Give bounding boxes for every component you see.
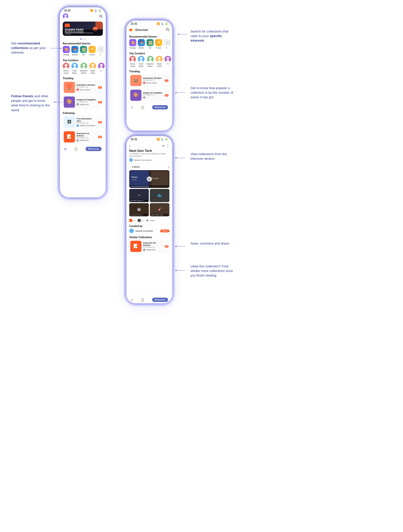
svg-point-39: [149, 57, 152, 60]
nav-home-feed[interactable]: ⊞: [64, 147, 67, 151]
genre-row-discover: 🎨 Design 📚 Books 🖼️ Art 🍦 Food → T...: [127, 39, 172, 51]
hero-name: SHAWN PARK: [65, 28, 101, 31]
genre-food[interactable]: 🍦 Food: [89, 46, 96, 56]
similar-collections-title: Similar Collections: [129, 236, 169, 239]
curator-row-feed: MeeraGupta NoahBaker BenjaminButton Bada…: [60, 63, 105, 75]
genre-more-d[interactable]: → T...: [164, 39, 171, 49]
trending-title-feed: Trending: [60, 75, 105, 81]
genre-more[interactable]: → T...: [97, 46, 104, 56]
curator-noah-d[interactable]: NoahBaker: [138, 56, 144, 67]
similar-title-ux: Awesome UX Articles: [143, 242, 163, 246]
nav-discover-feed[interactable]: ⊞ Discover: [86, 147, 102, 151]
follow-button[interactable]: Follow: [160, 230, 169, 232]
following-card-illustration[interactable]: 🖼 Free illustration sites 20 October '20…: [63, 116, 103, 129]
recommended-genres-title-discover: Recommended Genres: [127, 34, 172, 39]
comments-action[interactable]: 12: [138, 219, 143, 222]
list-view-icon[interactable]: ≡: [168, 166, 169, 169]
media-label-rayban: Ray-Ban Stories S...: [130, 200, 148, 202]
collection-title: Next Gen Tech: [127, 149, 172, 153]
search-icon-discover[interactable]: [166, 28, 169, 32]
curator-benjamin-d[interactable]: BenjaminButton: [147, 56, 154, 67]
media-thumb-adidas[interactable]: 👟: [150, 189, 169, 202]
nav-collections-collection[interactable]: 📋: [141, 298, 144, 302]
share-label: Share: [150, 220, 155, 221]
svg-point-7: [65, 64, 67, 67]
curator-badal[interactable]: BadalYadav: [89, 63, 96, 74]
following-author-illustration: Satabdi Srichandan: [80, 125, 95, 126]
nav-discover-discover[interactable]: ⊞ Discover: [152, 105, 168, 109]
nav-collections-discover[interactable]: 📋: [141, 106, 144, 109]
discover-header: Discover: [127, 26, 172, 34]
user-avatar-feed[interactable]: [63, 13, 68, 19]
svg-text:📝: 📝: [67, 134, 72, 139]
more-icon-collection[interactable]: ⋮: [166, 144, 169, 148]
collection-nav-bar: ‹ ⎋ ⋮: [127, 142, 172, 149]
svg-point-30: [166, 28, 168, 30]
nav-collections-feed[interactable]: 📋: [74, 147, 78, 151]
following-badge-ux: 43: [98, 136, 102, 138]
trending-author-unique-art: Natalie Ash: [80, 104, 89, 105]
similar-card-ux[interactable]: 📝 Awesome UX Articles 20 October '20 Nat…: [129, 240, 169, 253]
trending-title-discover: Trending: [127, 69, 172, 74]
items-count: 4 items: [129, 166, 142, 169]
collection-author-row: Satabdi Srichandan: [127, 158, 172, 163]
play-button[interactable]: ▶: [147, 176, 152, 182]
media-thumb-astro[interactable]: 🤖 Amazon's Astro R...: [129, 203, 149, 216]
trending-card-grandmas[interactable]: 🍲 Grandma's Recipes 20 October '20 Meera…: [63, 81, 103, 94]
trending-date-grandmas: 20 October '20: [76, 86, 97, 88]
svg-text:Rocke: Rocke: [132, 176, 138, 178]
following-card-ux[interactable]: 📝 Awesome UX Articles 20 October '20 Nat…: [63, 130, 103, 143]
media-thumb-juan[interactable]: 🎸 Juan Cantis Guáj...: [150, 203, 169, 216]
similar-collections-section: Similar Collections 📝 Awesome UX Article…: [127, 236, 172, 255]
genre-art-d[interactable]: 🖼️ Art: [147, 39, 154, 49]
nav-home-collection[interactable]: ⊞: [131, 298, 133, 302]
share-icon-collection[interactable]: ⎋: [163, 144, 164, 148]
discover-logo: Discover: [129, 28, 148, 32]
svg-text:🎨: 🎨: [133, 92, 138, 97]
genre-food-d[interactable]: 🍦 Food: [155, 39, 162, 49]
discover-title: Discover: [135, 28, 148, 32]
svg-line-5: [102, 17, 103, 18]
trending-date-grandmas-d: 20 October '20: [143, 79, 163, 81]
curator-meera[interactable]: MeeraGupta: [63, 63, 69, 74]
genre-books[interactable]: 📚 Books: [71, 46, 78, 56]
nav-discover-collection[interactable]: ⊞ Discover: [152, 298, 168, 302]
curated-user-row: Satabdi Srichandan Follow: [129, 229, 169, 233]
genre-row-feed: 🎨 Design 📚 Books 🖼️ Art 🍦 Food → T...: [60, 46, 105, 57]
status-bar-collection: 21:31 📶📡🔋: [127, 136, 172, 142]
back-icon[interactable]: ‹: [129, 144, 131, 148]
curator-n-d[interactable]: N: [165, 56, 171, 67]
trending-card-unique-art[interactable]: 🎨 Unique Art Supplies 20 October '20 Nat…: [63, 95, 103, 109]
curated-author: Satabdi Srichandan: [135, 230, 159, 232]
genre-art[interactable]: 🖼️ Art: [80, 46, 87, 56]
phone-collection-detail: 21:31 📶📡🔋 ‹ ⎋ ⋮ Next Gen Tech A collecti…: [126, 136, 172, 303]
trending-author-grandmas-d: Meera Gupta: [146, 82, 157, 84]
saves-action[interactable]: 43: [129, 219, 135, 222]
nav-home-discover[interactable]: ⊞: [131, 106, 133, 109]
following-badge-illustration: 93: [98, 121, 102, 123]
search-icon-feed[interactable]: [99, 14, 103, 18]
curator-badal-d[interactable]: BadalYadav: [156, 56, 163, 67]
share-action[interactable]: Share: [146, 219, 155, 222]
genre-design[interactable]: 🎨 Design: [63, 46, 70, 56]
svg-point-2: [65, 15, 67, 17]
trending-title-grandmas: Grandma's Recipes: [76, 84, 97, 86]
action-bar-collection: 43 12 Share: [127, 218, 172, 223]
genre-books-d[interactable]: 📚 Books: [138, 39, 145, 49]
svg-point-36: [140, 57, 142, 60]
curator-noah[interactable]: NoahBaker: [71, 63, 78, 74]
curator-benjamin[interactable]: BenjaminButton: [80, 63, 87, 74]
arrow-save-share: [175, 244, 201, 249]
status-icons-collection: 📶📡🔋: [157, 138, 168, 141]
curator-n[interactable]: N...: [98, 63, 105, 74]
similar-badge-ux: 43: [165, 245, 168, 248]
svg-text:👓: 👓: [138, 194, 141, 197]
media-thumb-rayban[interactable]: 👓 Ray-Ban Stories S...: [129, 189, 149, 202]
svg-text:varlast: varlast: [132, 179, 137, 181]
trending-card-grandmas-d[interactable]: 🍲 Grandma's Recipes 20 October '20 Meera…: [129, 74, 169, 87]
genre-design-d[interactable]: 🎨 Design: [129, 39, 136, 49]
trending-card-art-d[interactable]: 🎨 Unique Art Supplies 20 October '20 34: [129, 89, 169, 102]
curator-meera-d[interactable]: MeeraGupta: [129, 56, 136, 67]
svg-text:🍲: 🍲: [68, 87, 71, 90]
status-icons-discover: 📶📡🔋: [157, 22, 168, 25]
